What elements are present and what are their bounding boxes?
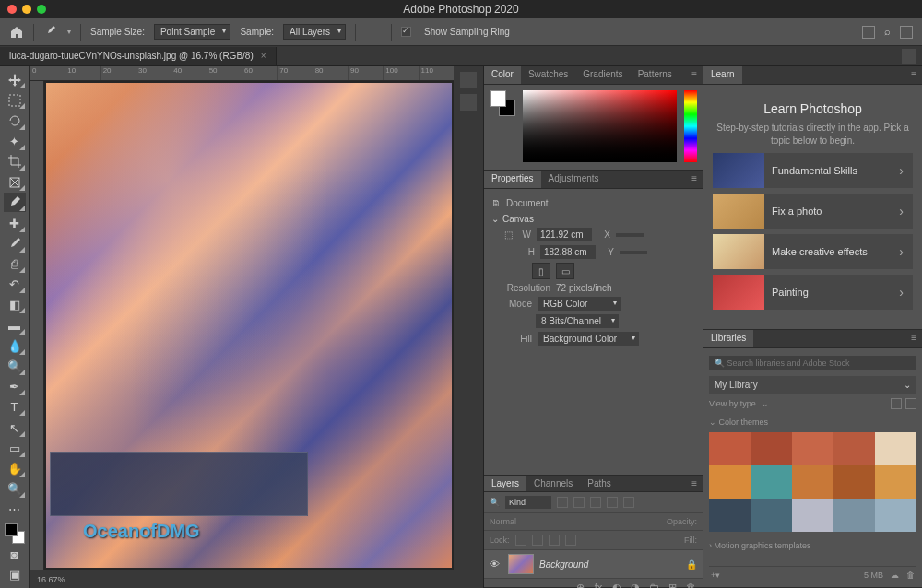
panel-icon[interactable] — [460, 72, 477, 88]
orientation-icon[interactable]: ⬚ — [504, 229, 513, 240]
panel-menu-icon[interactable]: ≡ — [905, 66, 922, 84]
lock-all-icon[interactable] — [565, 535, 576, 546]
panel-collapse-icon[interactable] — [902, 49, 916, 64]
tab-patterns[interactable]: Patterns — [631, 66, 680, 84]
share-icon[interactable] — [862, 26, 875, 39]
delete-layer-icon[interactable]: 🗑 — [684, 582, 697, 588]
grid-view-icon[interactable] — [891, 398, 902, 409]
path-selection-tool[interactable]: ↖ — [4, 417, 26, 437]
new-layer-icon[interactable]: ⊞ — [666, 582, 679, 588]
tab-libraries[interactable]: Libraries — [703, 330, 753, 347]
filter-type-icon[interactable] — [590, 497, 601, 508]
layer-row[interactable]: 👁 Background 🔒 — [484, 550, 703, 578]
workspace-icon[interactable] — [900, 26, 913, 39]
lock-position-icon[interactable] — [549, 535, 560, 546]
filter-pixel-icon[interactable] — [557, 497, 568, 508]
tab-layers[interactable]: Layers — [484, 476, 526, 491]
sample-select[interactable]: All Layers — [283, 24, 346, 40]
width-field[interactable]: 121.92 cm — [537, 228, 592, 241]
search-icon[interactable]: ⌕ — [884, 26, 891, 39]
lock-transparency-icon[interactable] — [515, 535, 526, 546]
tab-swatches[interactable]: Swatches — [521, 66, 575, 84]
library-search[interactable]: 🔍 Search libraries and Adobe Stock — [709, 356, 916, 370]
maximize-window-icon[interactable] — [37, 5, 46, 14]
minimize-window-icon[interactable] — [22, 5, 31, 14]
swatch[interactable] — [875, 499, 916, 532]
y-field[interactable] — [620, 251, 647, 254]
eyedropper-tool[interactable] — [4, 193, 26, 212]
swatch[interactable] — [709, 499, 751, 532]
layer-thumbnail[interactable] — [508, 554, 534, 574]
swatch[interactable] — [751, 499, 792, 532]
color-fgbg[interactable] — [490, 90, 515, 116]
swatch-row[interactable] — [709, 432, 916, 465]
chevron-down-icon[interactable]: ▾ — [67, 28, 71, 36]
new-adjustment-icon[interactable]: ◑ — [629, 582, 642, 588]
add-content-icon[interactable]: +▾ — [711, 570, 720, 580]
panel-menu-icon[interactable]: ≡ — [686, 66, 703, 84]
swatch[interactable] — [792, 432, 833, 465]
swatch[interactable] — [751, 432, 792, 465]
link-layers-icon[interactable]: ⊕ — [573, 582, 586, 588]
healing-brush-tool[interactable]: ✚ — [4, 213, 26, 232]
clone-stamp-tool[interactable]: ⎙ — [4, 254, 26, 274]
panel-menu-icon[interactable]: ≡ — [686, 476, 703, 491]
close-tab-icon[interactable]: × — [261, 51, 266, 61]
type-tool[interactable]: T — [4, 397, 26, 417]
sample-size-select[interactable]: Point Sample — [154, 24, 230, 40]
learn-card-fundamental[interactable]: Fundamental Skills› — [713, 153, 913, 188]
panel-icon[interactable] — [460, 94, 477, 111]
move-tool[interactable] — [4, 70, 26, 89]
swatch-row[interactable] — [709, 465, 916, 499]
home-icon[interactable] — [9, 25, 24, 40]
filter-adjustment-icon[interactable] — [573, 497, 585, 508]
swatch[interactable] — [709, 465, 751, 499]
gradient-tool[interactable]: ▬ — [4, 315, 26, 335]
delete-icon[interactable]: 🗑 — [906, 570, 915, 580]
quick-mask-icon[interactable]: ◙ — [4, 545, 26, 564]
foreground-background-colors[interactable] — [5, 523, 25, 543]
tab-paths[interactable]: Paths — [580, 476, 619, 491]
list-view-icon[interactable] — [905, 398, 916, 409]
blend-mode[interactable]: Normal — [490, 517, 545, 526]
zoom-tool[interactable]: 🔍 — [4, 479, 26, 499]
swatch[interactable] — [709, 432, 751, 465]
swatch-row[interactable] — [709, 499, 916, 532]
panel-menu-icon[interactable]: ≡ — [686, 171, 703, 188]
layer-style-icon[interactable]: fx — [592, 582, 605, 588]
rectangle-tool[interactable]: ▭ — [4, 439, 26, 458]
depth-select[interactable]: 8 Bits/Channel — [536, 314, 619, 328]
dodge-tool[interactable]: 🔍 — [4, 357, 26, 376]
learn-card-effects[interactable]: Make creative effects› — [713, 234, 913, 269]
panel-menu-icon[interactable]: ≡ — [905, 330, 922, 347]
library-select[interactable]: My Library — [709, 376, 916, 394]
history-brush-tool[interactable]: ↶ — [4, 275, 26, 294]
marquee-tool[interactable] — [4, 90, 26, 110]
tab-properties[interactable]: Properties — [484, 171, 541, 188]
learn-card-painting[interactable]: Painting› — [713, 275, 913, 310]
show-sampling-ring-checkbox[interactable] — [401, 27, 411, 37]
fill-select[interactable]: Background Color — [538, 332, 639, 346]
view-by-label[interactable]: View by type — [709, 399, 756, 408]
document-tab[interactable]: luca-dugaro-tuueCVnYNOs-unsplash.jpg @ 1… — [0, 47, 277, 65]
tab-channels[interactable]: Channels — [526, 476, 580, 491]
canvas[interactable]: OceanofDMG — [46, 83, 452, 568]
swatch[interactable] — [751, 465, 792, 499]
brush-tool[interactable] — [4, 234, 26, 253]
visibility-icon[interactable]: 👁 — [490, 559, 502, 570]
swatch[interactable] — [875, 465, 916, 499]
swatch[interactable] — [875, 432, 916, 465]
crop-tool[interactable] — [4, 152, 26, 171]
sync-icon[interactable]: ☁ — [891, 570, 899, 580]
canvas-section[interactable]: Canvas — [491, 214, 695, 224]
swatch[interactable] — [833, 465, 875, 499]
learn-card-fix-photo[interactable]: Fix a photo› — [713, 194, 913, 229]
height-field[interactable]: 182.88 cm — [540, 245, 596, 259]
tab-gradients[interactable]: Gradients — [575, 66, 630, 84]
tab-adjustments[interactable]: Adjustments — [541, 171, 607, 188]
lock-image-icon[interactable] — [532, 535, 543, 546]
filter-smart-icon[interactable] — [623, 497, 634, 508]
screen-mode-icon[interactable]: ▣ — [4, 565, 26, 584]
lock-icon[interactable]: 🔒 — [686, 559, 697, 570]
edit-toolbar[interactable]: ⋯ — [4, 500, 26, 519]
